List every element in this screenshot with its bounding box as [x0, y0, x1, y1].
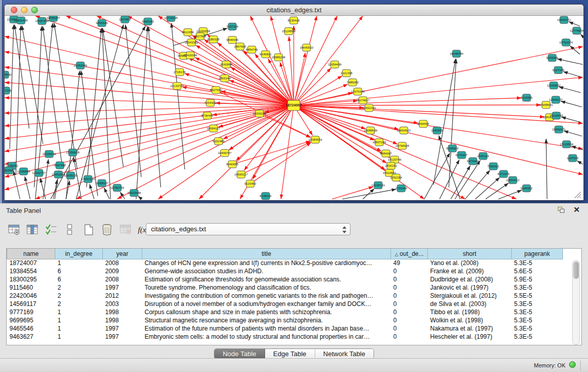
graph-edge[interactable] [54, 23, 77, 169]
table-cell[interactable]: 1 [55, 308, 103, 316]
table-row[interactable]: 977716911998Corpus callosum shape and si… [7, 308, 563, 316]
close-window-icon[interactable] [11, 7, 17, 13]
graph-edge[interactable] [455, 160, 481, 199]
graph-node[interactable]: 1221398 [340, 70, 353, 77]
graph-edge[interactable] [294, 16, 317, 105]
graph-node[interactable]: 10499787 [218, 149, 232, 157]
graph-edge[interactable] [104, 188, 110, 199]
graph-edge[interactable] [563, 72, 582, 77]
graph-edge[interactable] [424, 153, 450, 199]
graph-edge[interactable] [294, 47, 583, 105]
graph-edge[interactable] [294, 105, 583, 174]
table-row[interactable]: 946554611997Estimation of the future num… [7, 324, 563, 333]
graph-edge[interactable] [561, 101, 582, 107]
graph-edge[interactable] [294, 105, 399, 129]
table-cell[interactable]: 0 [391, 283, 428, 292]
table-cell[interactable]: 1 [55, 259, 103, 267]
graph-edge[interactable] [185, 74, 294, 105]
table-cell[interactable]: 0 [391, 267, 428, 275]
graph-node[interactable]: 9245652 [520, 185, 533, 192]
graph-node[interactable]: 14136141 [372, 182, 385, 189]
table-cell[interactable]: 5.3E-5 [512, 324, 563, 333]
graph-edge[interactable] [5, 105, 294, 113]
graph-edge[interactable] [138, 196, 142, 199]
table-cell[interactable]: 0 [391, 333, 428, 341]
column-header-pagerank[interactable]: pagerank [512, 249, 563, 259]
table-cell[interactable]: 5.5E-5 [512, 292, 563, 300]
table-cell[interactable]: Yano et al. (2008) [428, 259, 512, 267]
graph-node[interactable]: 11954499 [328, 61, 342, 68]
table-row[interactable]: 2242004622012Investigating the contribut… [7, 292, 563, 300]
table-cell[interactable]: 9115460 [7, 283, 55, 292]
table-cell[interactable]: 2012 [103, 292, 142, 300]
table-cell[interactable]: 5.3E-5 [512, 308, 563, 316]
graph-edge[interactable] [465, 170, 490, 199]
select-all-icon[interactable] [44, 222, 58, 237]
table-cell[interactable]: Hescheler et al. (1997) [428, 333, 512, 341]
table-cell[interactable]: 1 [55, 316, 103, 324]
table-cell[interactable]: Jankovic et al. (1997) [428, 283, 512, 292]
graph-node[interactable]: 9152489 [212, 138, 225, 145]
graph-node[interactable]: 9227349 [552, 67, 564, 74]
table-row[interactable]: 1830029562008Estimation of significance … [7, 275, 563, 283]
table-cell[interactable]: Franke et al. (2009) [428, 267, 512, 275]
graph-edge[interactable] [16, 26, 21, 174]
table-cell[interactable]: 5.3E-5 [512, 316, 563, 324]
graph-node[interactable]: 8215955 [520, 94, 533, 101]
graph-edge[interactable] [43, 159, 49, 199]
graph-node[interactable]: 16782759 [111, 184, 124, 191]
column-header-in-degree[interactable]: in_degree [55, 249, 103, 259]
graph-node[interactable]: 8736445 [201, 112, 213, 119]
tab-edge-table[interactable]: Edge Table [265, 349, 315, 359]
table-cell[interactable]: 1 [55, 333, 103, 341]
table-cell[interactable]: 5.6E-5 [512, 267, 563, 275]
graph-edge[interactable] [294, 98, 521, 105]
graph-edge[interactable] [561, 117, 581, 122]
graph-edge[interactable] [250, 143, 311, 184]
graph-node[interactable]: 12923448 [127, 189, 141, 196]
column-header-title[interactable]: title [142, 249, 391, 259]
graph-edge[interactable] [5, 105, 294, 177]
graph-node[interactable]: 1252254 [390, 174, 402, 181]
table-cell[interactable]: Nakamura et al. (1997) [428, 324, 512, 333]
graph-node[interactable]: 16584117 [207, 125, 221, 132]
table-cell[interactable]: Investigating the contribution of common… [142, 292, 391, 300]
zoom-window-icon[interactable] [31, 7, 38, 13]
node-table[interactable]: name in_degree year title △out_de... sho… [6, 248, 582, 345]
graph-node[interactable]: 8130426 [288, 17, 300, 24]
table-cell[interactable]: 1997 [103, 324, 142, 333]
graph-node[interactable]: 16648784 [450, 50, 464, 57]
graph-edge[interactable] [571, 146, 583, 150]
graph-edge[interactable] [433, 59, 455, 185]
graph-node[interactable]: 9329966 [546, 54, 558, 61]
graph-edge[interactable] [34, 26, 42, 187]
graph-node[interactable]: 7832621 [487, 163, 499, 170]
graph-node[interactable]: 20206536 [42, 150, 56, 158]
table-cell[interactable]: 9465546 [7, 324, 55, 333]
table-row[interactable]: 969969511998Structural magnetic resonanc… [7, 316, 563, 324]
table-cell[interactable]: 5.3E-5 [512, 283, 563, 292]
graph-node[interactable]: 9846546 [226, 36, 238, 43]
table-cell[interactable]: 1 [55, 324, 103, 333]
table-cell[interactable]: Estimation of significance thresholds fo… [142, 275, 391, 283]
table-cell[interactable]: 5.9E-5 [512, 275, 563, 283]
resize-grip-icon[interactable] [575, 192, 581, 198]
table-scrollbar-thumb[interactable] [573, 261, 579, 279]
graph-node[interactable]: 7485083 [346, 79, 359, 86]
table-settings-icon[interactable] [7, 222, 21, 237]
table-cell[interactable]: 5.3E-5 [512, 259, 563, 267]
graph-node[interactable]: 1167533 [567, 155, 579, 162]
graph-node[interactable]: 19756928 [396, 142, 409, 149]
column-header-short[interactable]: short [428, 249, 512, 259]
graph-node[interactable]: 8912954 [182, 29, 194, 36]
graph-node[interactable]: 8138042 [259, 192, 272, 200]
table-cell[interactable]: 6 [55, 267, 103, 275]
graph-edge[interactable] [294, 68, 331, 105]
graph-node[interactable]: 7254402 [204, 99, 216, 106]
network-canvas-wrap[interactable]: 2213370727181769098901224200461654338289… [5, 16, 583, 200]
table-cell[interactable]: 0 [391, 316, 428, 324]
table-cell[interactable]: Embryonic stem cells: a model to study s… [142, 333, 391, 341]
graph-node[interactable]: 18807249 [373, 139, 386, 146]
table-cell[interactable]: 22420046 [7, 292, 55, 300]
table-scrollbar[interactable] [572, 260, 580, 345]
